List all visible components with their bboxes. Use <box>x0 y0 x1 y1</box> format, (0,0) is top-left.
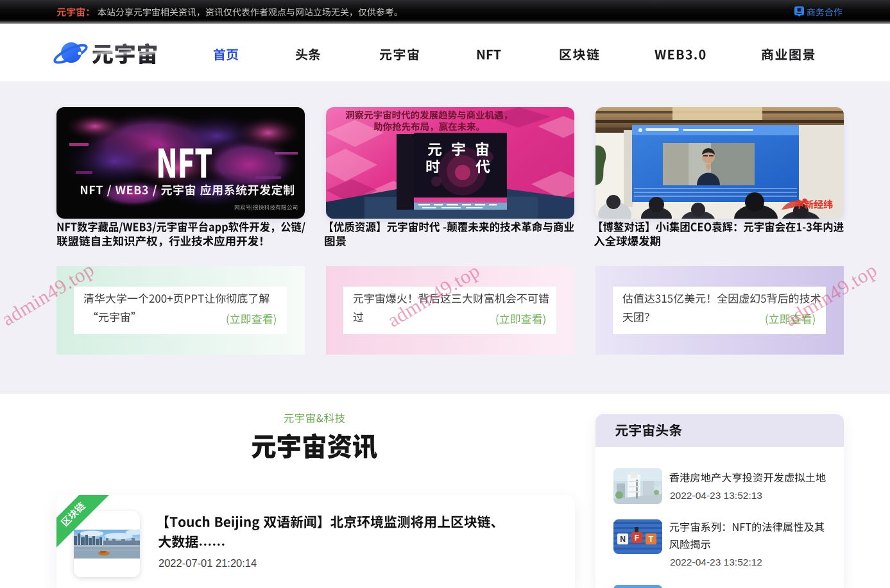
svg-text:F: F <box>635 533 639 542</box>
svg-text:N: N <box>620 535 626 544</box>
svg-text:T: T <box>649 535 654 544</box>
